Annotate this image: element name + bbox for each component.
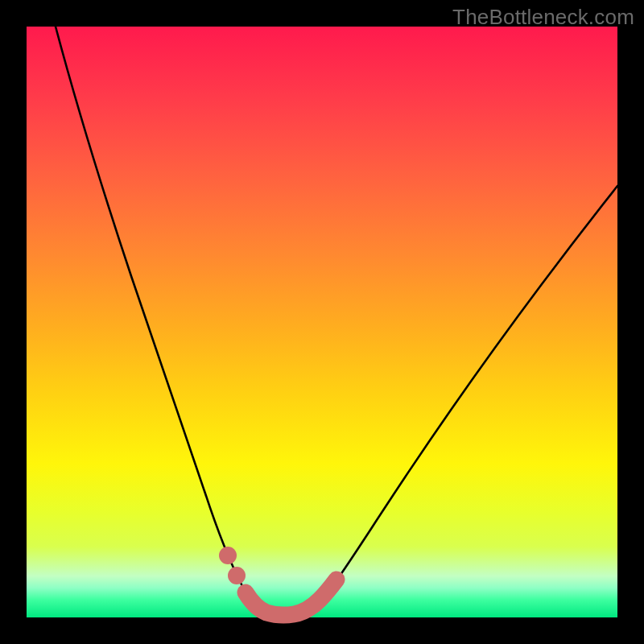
highlight-dot	[228, 567, 246, 584]
highlight-dot	[219, 547, 237, 564]
chart-svg	[27, 27, 617, 617]
highlight-optimal-range	[246, 580, 336, 615]
bottleneck-curve	[56, 27, 617, 615]
chart-frame: TheBottleneck.com	[0, 0, 644, 644]
